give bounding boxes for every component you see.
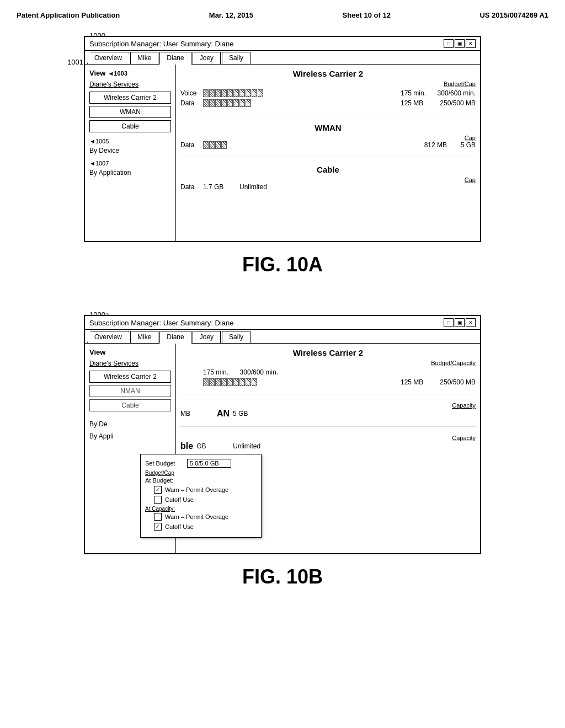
at-cap-cutoff-row: Cutoff Use	[145, 523, 257, 531]
at-budget-cutoff-check[interactable]	[154, 496, 162, 504]
tab-diane-active[interactable]: Diane	[159, 52, 191, 65]
bar-seg	[246, 89, 251, 97]
wireless-carrier-2-btn[interactable]: Wireless Carrier 2	[89, 92, 171, 104]
bar-seg	[215, 378, 221, 386]
bar-seg	[227, 378, 233, 386]
budget-cap-label-wc2: Budget/Cap	[180, 81, 476, 87]
bar-seg	[203, 89, 209, 97]
maximize-button-b[interactable]: ▣	[455, 318, 465, 327]
view-label: View ◄1003	[89, 69, 171, 77]
by-device-b[interactable]: By De	[89, 420, 171, 428]
minimize-button-b[interactable]: □	[444, 318, 454, 327]
maximize-button[interactable]: ▣	[455, 39, 465, 48]
at-cap-cutoff-label: Cutoff Use	[165, 523, 194, 530]
ref-1005-arrow: ◄1005	[89, 138, 109, 144]
data-type-wman: Data	[180, 141, 200, 149]
fig10a-label: FIG. 10A	[242, 253, 323, 276]
data-row-wc2: Data	[180, 99, 476, 107]
data-bar-b	[203, 378, 397, 386]
voice-type: Voice	[180, 89, 200, 97]
cable-cap-label: Cap	[465, 176, 476, 183]
page: Patent Application Publication Mar. 12, …	[0, 0, 565, 638]
data-type-cable: Data	[180, 183, 200, 191]
tab-joey-b[interactable]: Joey	[193, 331, 221, 343]
tab-mike-b[interactable]: Mike	[130, 331, 158, 343]
view-label-b: View	[89, 348, 171, 356]
bar-seg	[215, 141, 221, 149]
bar-seg	[209, 99, 215, 107]
tab-overview[interactable]: Overview	[87, 52, 129, 64]
cable-btn-b[interactable]: Cable	[89, 399, 171, 411]
carrier-wireless-2: Wireless Carrier 2 Budget/Cap Voice	[180, 69, 476, 115]
window-controls-10b[interactable]: □ ▣ ✕	[444, 318, 476, 327]
voice-budget-b: 300/600 min.	[239, 368, 278, 376]
at-cap-warn-check[interactable]	[154, 513, 162, 521]
bar-seg	[233, 378, 239, 386]
close-button-b[interactable]: ✕	[466, 318, 476, 327]
set-budget-popup: Set Budget Budget/Cap At Budget: Warn – …	[140, 454, 262, 538]
tab-overview-b[interactable]: Overview	[87, 331, 129, 343]
at-cap-cutoff-check[interactable]	[154, 523, 162, 531]
data-val-b: 125 MB	[401, 378, 434, 386]
wireless-carrier-2-title: Wireless Carrier 2	[180, 69, 476, 78]
bar-seg	[215, 99, 221, 107]
tab-sally-b[interactable]: Sally	[222, 331, 250, 343]
tabs-10b: Overview Mike Diane Joey Sally	[85, 330, 480, 344]
bar-seg	[227, 99, 233, 107]
by-device-label[interactable]: By Device	[89, 147, 171, 154]
data-row-b: 125 MB 250/500 MB	[180, 378, 476, 386]
titlebar-10b: Subscription Manager: User Summary: Dian…	[85, 316, 480, 330]
cable-cap-val-b: Unlimited	[233, 442, 260, 450]
close-button[interactable]: ✕	[466, 39, 476, 48]
bar-seg	[233, 89, 239, 97]
window-title-10a: Subscription Manager: User Summary: Dian…	[89, 40, 234, 48]
cable-title: Cable	[180, 165, 476, 174]
at-budget-warn-check[interactable]	[154, 486, 162, 494]
bar-seg	[203, 378, 209, 386]
tab-sally[interactable]: Sally	[222, 52, 250, 64]
tab-mike[interactable]: Mike	[130, 52, 158, 64]
wc2-title-b: Wireless Carrier 2	[180, 348, 476, 357]
tab-joey[interactable]: Joey	[193, 52, 221, 64]
carrier-wc2-b: Wireless Carrier 2 Budget/Capacity 175 m…	[180, 348, 476, 394]
minimize-button[interactable]: □	[444, 39, 454, 48]
set-budget-input[interactable]	[187, 459, 231, 468]
data-type-wc2: Data	[180, 99, 200, 107]
carrier-wman: WMAN Cap Data	[180, 123, 476, 157]
wman-btn[interactable]: WMAN	[89, 106, 171, 118]
fig10a-container: 1000 1001→ Subscription Manager: User Su…	[84, 36, 481, 242]
wman-val-b: MB	[180, 410, 214, 417]
at-budget-cutoff-row: Cutoff Use	[145, 496, 257, 504]
by-device-nav: ◄1005	[89, 138, 171, 144]
bar-seg	[227, 89, 233, 97]
bar-seg	[233, 99, 239, 107]
window-controls-10a[interactable]: □ ▣ ✕	[444, 39, 476, 48]
dianes-services-title: Diane's Services	[89, 81, 171, 88]
cable-row-b: ble GB Unlimited	[180, 441, 476, 451]
patent-number: US 2015/0074269 A1	[479, 11, 548, 19]
bar-seg	[203, 99, 209, 107]
at-budget-warn-label: Warn – Permit Overage	[165, 486, 228, 493]
fig10b-section: 1000↘ Subscription Manager: User Summary…	[17, 315, 548, 605]
wc2-btn-b[interactable]: Wireless Carrier 2	[89, 371, 171, 383]
patent-left: Patent Application Publication	[17, 11, 120, 19]
by-appli-b[interactable]: By Appli	[89, 432, 171, 440]
carrier-wman-b: Capacity MB AN 5 GB	[180, 402, 476, 427]
tab-diane-b[interactable]: Diane	[159, 331, 191, 344]
data-budget-b: 250/500 MB	[437, 378, 476, 386]
data-row-wman: Data 812 MB 5 GB	[180, 141, 476, 149]
main-panel-10a: Wireless Carrier 2 Budget/Cap Voice	[176, 65, 480, 241]
at-budget-cutoff-label: Cutoff Use	[165, 496, 194, 503]
bar-seg	[246, 99, 251, 107]
by-application-label[interactable]: By Application	[89, 169, 171, 176]
fig10a-section: 1000 1001→ Subscription Manager: User Su…	[17, 36, 548, 293]
sidebar-10a: View ◄1003 Diane's Services Wireless Car…	[85, 65, 176, 241]
data-value-wc2: 125 MB	[401, 99, 434, 107]
set-budget-row: Set Budget	[145, 459, 257, 468]
bar-seg	[221, 89, 227, 97]
cable-btn[interactable]: Cable	[89, 120, 171, 132]
at-cap-warn-label: Warn – Permit Overage	[165, 513, 228, 520]
wman-btn-b[interactable]: NMAN	[89, 385, 171, 397]
bar-seg	[209, 378, 215, 386]
wman-cap-b: Capacity	[452, 402, 476, 409]
